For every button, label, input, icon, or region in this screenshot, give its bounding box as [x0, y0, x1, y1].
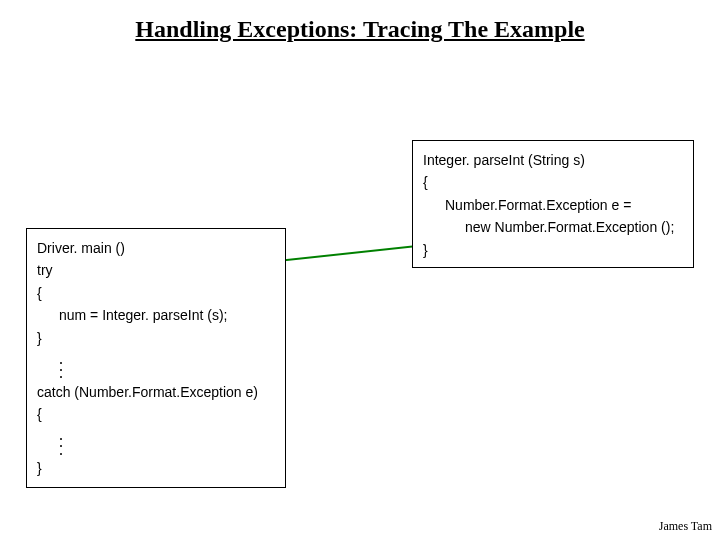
brace: {	[37, 282, 275, 304]
author-footer: James Tam	[659, 519, 712, 534]
ellipsis: ...	[37, 355, 275, 377]
driver-main-box: Driver. main () try { num = Integer. par…	[26, 228, 286, 488]
brace: {	[37, 403, 275, 425]
ellipsis: ...	[37, 431, 275, 453]
brace: }	[37, 327, 275, 349]
exception-decl: Number.Format.Exception e =	[423, 194, 683, 216]
slide-title: Handling Exceptions: Tracing The Example	[0, 16, 720, 43]
assign-line: num = Integer. parseInt (s);	[37, 304, 275, 326]
exception-new: new Number.Format.Exception ();	[423, 216, 683, 238]
brace: {	[423, 171, 683, 193]
try-keyword: try	[37, 259, 275, 281]
brace: }	[423, 239, 683, 261]
brace: }	[37, 457, 275, 479]
parseint-box: Integer. parseInt (String s) { Number.Fo…	[412, 140, 694, 268]
driver-header: Driver. main ()	[37, 237, 275, 259]
parseint-header: Integer. parseInt (String s)	[423, 149, 683, 171]
catch-line: catch (Number.Format.Exception e)	[37, 381, 275, 403]
